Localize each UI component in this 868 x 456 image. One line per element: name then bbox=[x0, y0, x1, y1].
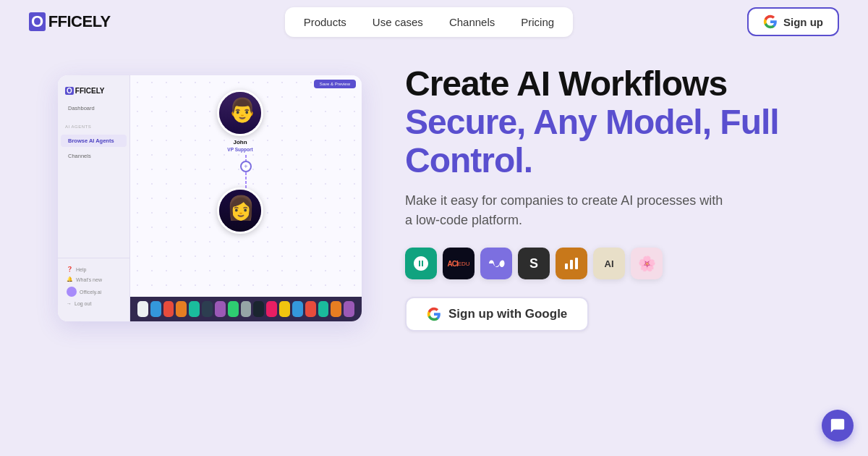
sidebar-section: AI Agents bbox=[58, 122, 129, 132]
canvas-area: Save & Preview John VP Support + bbox=[130, 75, 362, 321]
svg-rect-2 bbox=[570, 260, 573, 269]
workflow-node-john: John VP Support bbox=[217, 90, 263, 152]
node-avatar-2 bbox=[217, 187, 263, 234]
main-nav: Products Use cases Channels Pricing bbox=[285, 7, 573, 37]
google-signup-button[interactable]: Sign up with Google bbox=[405, 297, 589, 332]
integration-sprout: 🌸 bbox=[631, 248, 663, 279]
dock-icon-1 bbox=[137, 301, 148, 317]
hero-headline: Create AI Workflows bbox=[405, 65, 810, 104]
nav-products[interactable]: Products bbox=[291, 12, 359, 33]
dock-icon-12 bbox=[279, 301, 290, 317]
dock-icon-6 bbox=[202, 301, 213, 317]
integration-s: S bbox=[518, 248, 550, 279]
meta-icon bbox=[487, 258, 506, 269]
sidebar-item-agents: Browse AI Agents bbox=[61, 135, 127, 147]
dock-icon-9 bbox=[241, 301, 252, 317]
dock-icon-17 bbox=[344, 301, 354, 317]
node-role-john: VP Support bbox=[227, 147, 252, 152]
integration-meta bbox=[480, 248, 512, 279]
chat-bubble-button[interactable] bbox=[822, 410, 854, 442]
sidebar-item-dashboard: Dashboard bbox=[61, 102, 127, 114]
node-label-john: John bbox=[233, 139, 247, 145]
svg-rect-3 bbox=[575, 258, 578, 269]
integration-barchart bbox=[556, 248, 587, 279]
dock-icon-15 bbox=[318, 301, 329, 317]
connector-dot: + bbox=[240, 161, 252, 172]
workflow-node-2 bbox=[217, 187, 263, 234]
app-screenshot: O FFICELY Dashboard AI Agents Browse AI … bbox=[58, 75, 362, 321]
hero-content: Create AI Workflows Secure, Any Model, F… bbox=[405, 65, 810, 332]
dock-icon-3 bbox=[163, 301, 174, 317]
dock-icon-7 bbox=[215, 301, 226, 317]
google-signup-label: Sign up with Google bbox=[448, 307, 567, 321]
dock-icon-2 bbox=[150, 301, 161, 317]
nav-pricing[interactable]: Pricing bbox=[508, 12, 567, 33]
dock-icon-5 bbox=[189, 301, 200, 317]
header-signup-button[interactable]: Sign up bbox=[747, 7, 839, 36]
integration-chatgpt bbox=[405, 248, 437, 279]
node-avatar-john bbox=[217, 90, 263, 136]
dock-icon-13 bbox=[292, 301, 303, 317]
logo-name: FFICELY bbox=[48, 12, 111, 31]
integration-aci: ACI EDU bbox=[443, 248, 475, 279]
google-icon bbox=[763, 14, 778, 29]
logo[interactable]: O FFICELY bbox=[29, 12, 111, 31]
dock-icon-14 bbox=[305, 301, 316, 317]
dock-icon-10 bbox=[253, 301, 264, 317]
integration-ai: AI bbox=[593, 248, 625, 279]
nav-use-cases[interactable]: Use cases bbox=[359, 12, 436, 33]
mac-taskbar bbox=[130, 297, 362, 321]
app-sidebar-logo: O FFICELY bbox=[58, 83, 129, 99]
logo-o-letter: O bbox=[29, 12, 46, 31]
integrations-row: ACI EDU S AI bbox=[405, 248, 810, 279]
sidebar-bottom: ❓ Help 🔔 What's new Officely.ai → Log ou… bbox=[58, 258, 129, 314]
dock-icon-11 bbox=[266, 301, 277, 317]
header-signup-label: Sign up bbox=[783, 16, 823, 28]
chat-bubble-icon bbox=[830, 418, 846, 434]
hero-description: Make it easy for companies to create AI … bbox=[405, 191, 723, 230]
svg-rect-1 bbox=[565, 263, 568, 269]
canvas-topbar-button: Save & Preview bbox=[314, 80, 356, 88]
google-signup-icon bbox=[427, 307, 441, 321]
barchart-icon bbox=[563, 256, 579, 271]
dock-icon-8 bbox=[228, 301, 239, 317]
chatgpt-icon bbox=[412, 255, 430, 272]
nav-channels[interactable]: Channels bbox=[436, 12, 508, 33]
sidebar-item-channels: Channels bbox=[61, 150, 127, 162]
hero-subheadline: Secure, Any Model, Full Control. bbox=[405, 104, 810, 180]
dock-icon-16 bbox=[331, 301, 341, 317]
app-sidebar: O FFICELY Dashboard AI Agents Browse AI … bbox=[58, 75, 130, 321]
dock-icon-4 bbox=[176, 301, 187, 317]
